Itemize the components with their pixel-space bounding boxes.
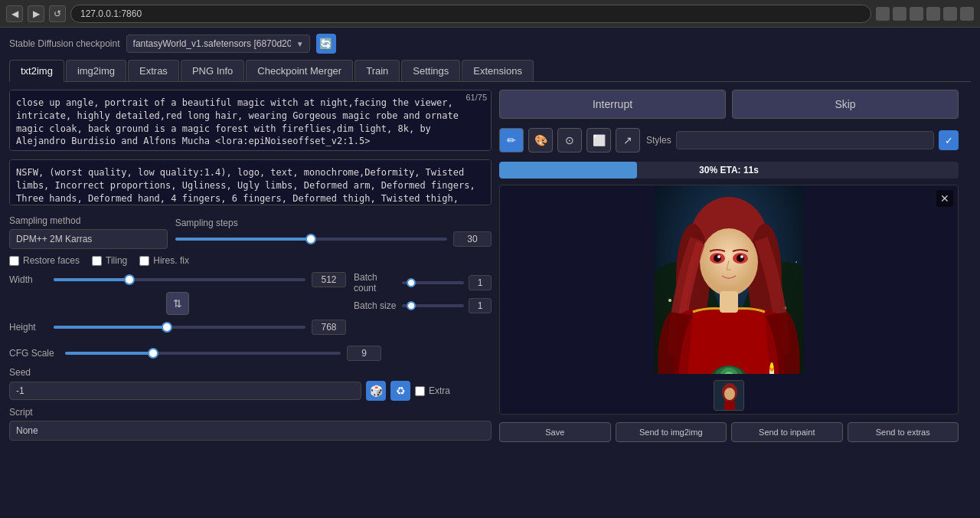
reload-button[interactable]: ↺: [49, 5, 66, 22]
cfg-scale-track[interactable]: [65, 352, 341, 355]
tab-extensions[interactable]: Extensions: [462, 60, 534, 81]
interrupt-button[interactable]: Interrupt: [499, 90, 726, 119]
svg-point-3: [668, 299, 671, 302]
tiling-input[interactable]: [92, 256, 102, 266]
restore-faces-input[interactable]: [9, 256, 19, 266]
styles-select[interactable]: [676, 131, 934, 149]
pencil-icon-button[interactable]: ✏: [499, 128, 524, 152]
tab-png-info[interactable]: PNG Info: [181, 60, 244, 81]
close-image-button[interactable]: ✕: [936, 190, 953, 207]
styles-section: Styles ✓: [646, 130, 959, 150]
width-row: Width: [9, 272, 346, 287]
target-icon-button[interactable]: ⊙: [557, 128, 582, 152]
seed-label: Seed: [9, 367, 492, 378]
svg-rect-29: [724, 401, 735, 411]
cfg-scale-label: CFG Scale: [9, 348, 59, 359]
sampling-method-select[interactable]: DPM++ 2M Karras: [9, 229, 168, 249]
sampling-method-group: Sampling method DPM++ 2M Karras: [9, 215, 168, 249]
progress-bar: 30% ETA: 11s: [499, 162, 959, 179]
url-bar[interactable]: 127.0.0.1:7860: [70, 5, 871, 23]
sampling-steps-slider-row: [175, 231, 492, 247]
sampling-steps-thumb[interactable]: [305, 234, 316, 244]
tab-txt2img[interactable]: txt2img: [9, 60, 64, 82]
sampling-steps-track[interactable]: [175, 238, 447, 241]
sampling-method-label: Sampling method: [9, 215, 168, 226]
seed-extra-input[interactable]: [415, 386, 425, 396]
generated-image: [655, 185, 803, 374]
restore-faces-checkbox[interactable]: Restore faces: [9, 255, 80, 266]
sampling-steps-group: Sampling steps: [175, 218, 492, 247]
right-panel: Interrupt Skip ✏ 🎨 ⊙ ⬜ ↗ Styles ✓: [499, 90, 959, 447]
send-to-extras-button[interactable]: Send to extras: [848, 422, 959, 442]
svg-point-17: [740, 255, 743, 258]
skip-button[interactable]: Skip: [732, 90, 959, 119]
tab-checkpoint-merger[interactable]: Checkpoint Merger: [246, 60, 353, 81]
ext-icon-6: [960, 7, 974, 21]
forward-button[interactable]: ▶: [28, 5, 44, 22]
thumbnail-row: [710, 377, 747, 414]
generate-buttons-row: Interrupt Skip: [499, 90, 959, 119]
positive-prompt-wrapper: 61/75: [9, 90, 492, 153]
ext-icon-3: [910, 7, 923, 21]
batch-count-value[interactable]: [469, 275, 492, 290]
checkpoint-select[interactable]: fantasyWorld_v1.safetensors [6870d20fac]: [126, 34, 310, 53]
cfg-scale-value[interactable]: [347, 346, 381, 361]
cfg-scale-fill: [65, 352, 153, 355]
cfg-scale-thumb[interactable]: [148, 348, 158, 359]
hires-fix-input[interactable]: [139, 256, 149, 266]
send-to-img2img-button[interactable]: Send to img2img: [616, 422, 727, 442]
batch-size-row: Batch size: [354, 298, 492, 313]
bottom-buttons-row: Save Send to img2img Send to inpaint Sen…: [499, 422, 959, 442]
palette-icon-button[interactable]: 🎨: [528, 128, 553, 152]
batch-count-track[interactable]: [402, 281, 464, 284]
square-icon-button[interactable]: ⬜: [586, 128, 611, 152]
styles-apply-button[interactable]: ✓: [939, 130, 959, 150]
positive-prompt-input[interactable]: [9, 90, 492, 151]
tab-img2img[interactable]: img2img: [66, 60, 126, 81]
height-slider-track[interactable]: [54, 326, 305, 329]
hires-fix-checkbox[interactable]: Hires. fix: [139, 255, 189, 266]
checkboxes-row: Restore faces Tiling Hires. fix: [9, 255, 492, 266]
seed-section: Seed 🎲 ♻ Extra: [9, 367, 492, 401]
svg-rect-18: [720, 291, 738, 313]
tab-settings[interactable]: Settings: [401, 60, 460, 81]
thumbnail-1[interactable]: [714, 380, 744, 411]
browser-chrome: ◀ ▶ ↺ 127.0.0.1:7860: [0, 0, 980, 28]
batch-count-label: Batch count: [354, 272, 397, 293]
batch-size-value[interactable]: [469, 298, 492, 313]
browser-toolbar: [876, 7, 974, 21]
height-value[interactable]: [312, 320, 346, 335]
script-select[interactable]: None: [9, 421, 492, 441]
width-slider-track[interactable]: [54, 278, 305, 281]
width-slider-thumb[interactable]: [124, 274, 135, 285]
height-slider-fill: [54, 326, 167, 329]
sd-header: Stable Diffusion checkpoint fantasyWorld…: [9, 34, 971, 54]
arrow-icon-button[interactable]: ↗: [616, 128, 640, 152]
batch-size-track[interactable]: [402, 304, 464, 307]
seed-recycle-button[interactable]: ♻: [390, 381, 410, 401]
checkpoint-refresh-button[interactable]: 🔄: [316, 34, 336, 54]
tiling-checkbox[interactable]: Tiling: [92, 255, 127, 266]
batch-count-thumb[interactable]: [407, 278, 416, 287]
svg-point-16: [717, 255, 720, 258]
ext-icon-2: [893, 7, 906, 21]
seed-dice-button[interactable]: 🎲: [366, 381, 386, 401]
negative-prompt-wrapper: [9, 159, 492, 215]
svg-point-28: [724, 388, 735, 400]
sampling-steps-value[interactable]: [453, 231, 492, 247]
back-button[interactable]: ◀: [6, 5, 23, 22]
height-slider-thumb[interactable]: [162, 322, 172, 333]
width-value[interactable]: [312, 272, 346, 287]
tab-train[interactable]: Train: [354, 60, 400, 81]
tab-extras[interactable]: Extras: [128, 60, 179, 81]
tool-icons-row: ✏ 🎨 ⊙ ⬜ ↗: [499, 125, 640, 156]
save-button[interactable]: Save: [499, 422, 611, 442]
negative-prompt-input[interactable]: [9, 159, 492, 205]
seed-input[interactable]: [9, 382, 361, 400]
sampling-steps-fill: [175, 238, 312, 241]
seed-extra-checkbox[interactable]: Extra: [415, 385, 450, 396]
swap-dimensions-button[interactable]: ⇅: [166, 292, 189, 315]
send-to-inpaint-button[interactable]: Send to inpaint: [731, 422, 843, 442]
sd-checkpoint-label: Stable Diffusion checkpoint: [9, 38, 120, 49]
batch-size-thumb[interactable]: [407, 301, 416, 310]
